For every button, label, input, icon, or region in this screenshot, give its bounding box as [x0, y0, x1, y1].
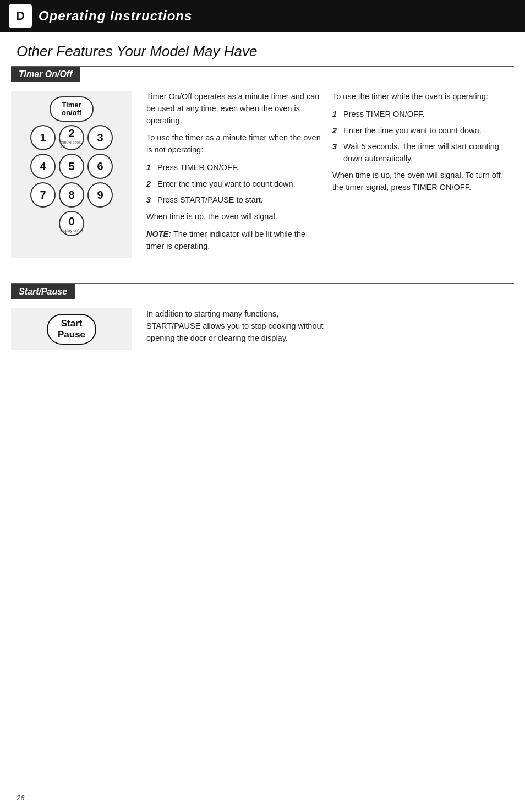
section-header-timer: Timer On/Off [11, 67, 80, 82]
timer-step-1: 1 Press TIMER ON/OFF. [146, 162, 324, 174]
timer-step-3: 3 Press START/PAUSE to start. [146, 194, 324, 206]
section-start-pause: Start/Pause Start Pause In addition to s… [11, 283, 514, 359]
key-0[interactable]: 0 display on/off [59, 211, 84, 236]
key-4[interactable]: 4 [30, 154, 56, 179]
section-timer-on-off: Timer On/Off Timer on/off 1 2 minute coo… [11, 66, 514, 266]
key-0-sublabel: display on/off [60, 228, 83, 232]
timer-step-2: 2 Enter the time you want to count down. [146, 178, 324, 190]
timer-on-off-btn[interactable]: Timer on/off [50, 96, 94, 122]
key-3[interactable]: 3 [88, 125, 113, 150]
page-subtitle: Other Features Your Model May Have [0, 32, 525, 66]
header-bar: D Operating Instructions [0, 0, 525, 32]
keypad-row-789: 7 8 9 [30, 182, 113, 208]
timer-note: NOTE: The timer indicator will be lit wh… [146, 228, 324, 253]
header-title: Operating Instructions [39, 8, 192, 24]
keypad-row-0: 0 display on/off [59, 211, 84, 236]
timer-right-signal: When time is up, the oven will signal. T… [332, 170, 510, 194]
header-icon-letter: D [16, 9, 25, 23]
pause-label: Pause [58, 329, 85, 340]
timer-right-step-2: 2 Enter the time you want to count down. [332, 125, 510, 137]
keypad-grid: Timer on/off 1 2 minute cook 1-6 3 4 [30, 96, 113, 236]
start-pause-para: In addition to starting many functions, … [146, 308, 324, 344]
text-col-start-pause: In addition to starting many functions, … [142, 308, 328, 350]
key-7[interactable]: 7 [30, 182, 56, 208]
text-col-start-pause-right [328, 308, 514, 350]
timer-right-step-3: 3 Wait 5 seconds. The timer will start c… [332, 141, 510, 165]
key-2-sublabel: minute cook 1-6 [60, 140, 83, 148]
keypad-row-456: 4 5 6 [30, 154, 113, 179]
keypad-row-timer-btn: Timer on/off [50, 96, 94, 122]
key-1[interactable]: 1 [30, 125, 56, 150]
section-body-start-pause: Start Pause In addition to starting many… [11, 299, 514, 359]
timer-right-intro: To use the timer while the oven is opera… [332, 91, 510, 103]
timer-para-1: Timer On/Off operates as a minute timer … [146, 91, 324, 127]
start-pause-col: Start Pause [11, 308, 132, 350]
page-number: 26 [17, 794, 24, 802]
start-pause-btn[interactable]: Start Pause [47, 314, 96, 345]
timer-signal-text: When time is up, the oven will signal. [146, 211, 324, 223]
keypad-col-timer: Timer on/off 1 2 minute cook 1-6 3 4 [11, 91, 132, 258]
key-6[interactable]: 6 [88, 154, 113, 179]
key-9[interactable]: 9 [88, 182, 113, 208]
start-label: Start [61, 318, 83, 329]
key-8[interactable]: 8 [59, 182, 84, 208]
header-icon: D [9, 4, 32, 28]
timer-para-2: To use the timer as a minute timer when … [146, 132, 324, 156]
keypad-row-123: 1 2 minute cook 1-6 3 [30, 125, 113, 150]
timer-right-step-1: 1 Press TIMER ON/OFF. [332, 108, 510, 121]
text-col-timer-right: To use the timer while the oven is opera… [328, 91, 514, 258]
section-header-start-pause: Start/Pause [11, 284, 75, 299]
text-col-timer-middle: Timer On/Off operates as a minute timer … [142, 91, 328, 258]
key-5[interactable]: 5 [59, 154, 84, 179]
section-body-timer: Timer on/off 1 2 minute cook 1-6 3 4 [11, 82, 514, 266]
key-2[interactable]: 2 minute cook 1-6 [59, 125, 84, 150]
